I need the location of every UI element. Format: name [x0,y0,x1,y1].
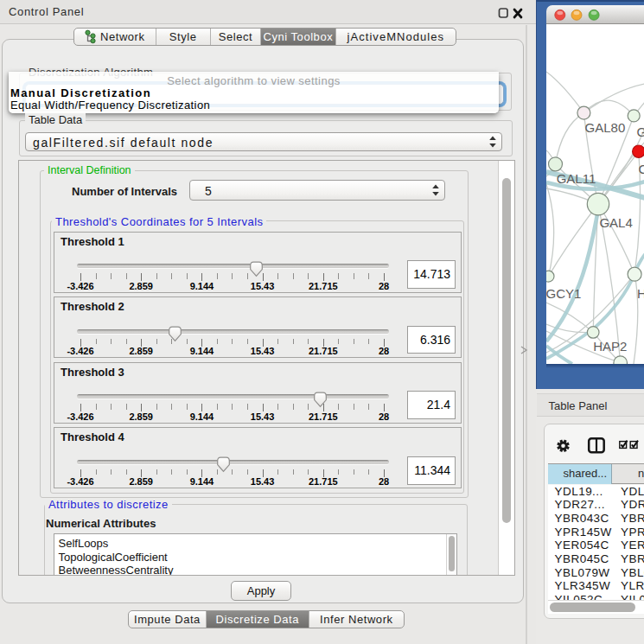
svg-text:GAL80: GAL80 [585,120,626,135]
svg-text:CD: CD [639,162,644,176]
svg-text:GA: GA [637,124,644,139]
svg-text:GAL4: GAL4 [599,215,632,230]
svg-text:HA: HA [637,286,644,301]
svg-text:GCY1: GCY1 [546,286,581,301]
svg-text:GAL11: GAL11 [557,171,596,186]
svg-text:HAP2: HAP2 [593,339,627,354]
